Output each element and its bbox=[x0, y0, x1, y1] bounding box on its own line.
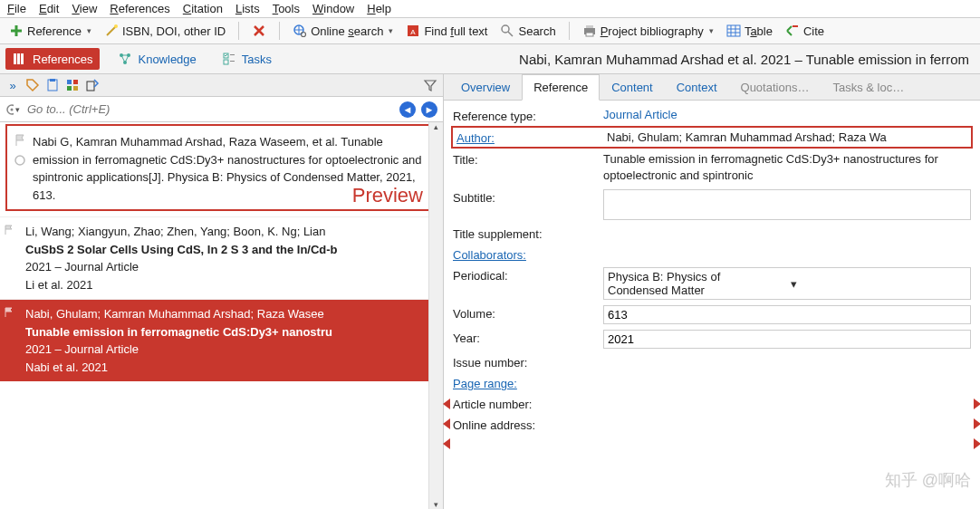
books-icon bbox=[13, 52, 27, 66]
tab-knowledge[interactable]: Knowledge bbox=[110, 48, 203, 70]
scroll-right-indicator bbox=[974, 418, 980, 429]
menu-help[interactable]: Help bbox=[367, 2, 391, 15]
nav-back-button[interactable]: ◄ bbox=[399, 101, 416, 118]
ref-title: Tunable emission in ferromagnetic CdS:Dy… bbox=[25, 323, 436, 341]
menu-file[interactable]: File bbox=[7, 2, 26, 15]
knowledge-icon bbox=[118, 52, 132, 66]
tab-tasks[interactable]: Tasks bbox=[215, 48, 279, 70]
svg-rect-8 bbox=[586, 33, 593, 36]
menu-lists[interactable]: Lists bbox=[235, 2, 260, 15]
svg-rect-17 bbox=[230, 54, 235, 55]
tab-tasks-label: Tasks bbox=[242, 53, 272, 66]
author-value[interactable]: Nabi, Ghulam; Kamran Muhammad Arshad; Ra… bbox=[607, 130, 967, 144]
tab-references[interactable]: References bbox=[5, 48, 100, 70]
online-search-button[interactable]: Online search bbox=[289, 22, 397, 40]
menu-references[interactable]: References bbox=[110, 2, 169, 15]
title-label: Title: bbox=[453, 151, 598, 167]
menu-edit[interactable]: Edit bbox=[39, 2, 59, 15]
circle-icon bbox=[13, 153, 27, 168]
add-reference-label: Reference bbox=[27, 24, 82, 38]
nav-forward-button[interactable]: ► bbox=[421, 101, 437, 118]
search-button[interactable]: Search bbox=[496, 22, 559, 40]
svg-rect-10 bbox=[14, 53, 16, 64]
subtitle-input[interactable] bbox=[603, 189, 971, 220]
ref-title: CuSbS 2 Solar Cells Using CdS, In 2 S 3 … bbox=[25, 241, 436, 259]
clipboard-icon[interactable] bbox=[45, 78, 60, 92]
isbn-button[interactable]: ISBN, DOI, other ID bbox=[101, 22, 229, 40]
ref-authors: Nabi, Ghulam; Kamran Muhammad Arshad; Ra… bbox=[25, 305, 436, 323]
issue-number-label: Issue number: bbox=[453, 354, 598, 370]
table-button[interactable]: Table bbox=[723, 22, 776, 40]
goto-input[interactable] bbox=[25, 101, 394, 118]
collaborators-label[interactable]: Collaborators: bbox=[453, 246, 598, 262]
reference-list: Nabi G, Kamran Muhammad Arshad, Raza Was… bbox=[0, 122, 443, 509]
svg-rect-19 bbox=[230, 61, 235, 62]
toolbar-separator bbox=[238, 22, 239, 40]
title-supplement-label: Title supplement: bbox=[453, 226, 598, 241]
svg-point-0 bbox=[114, 24, 118, 28]
tasks-icon bbox=[222, 52, 236, 66]
main-split: » ◄ ► Nabi G, Kamran Muhammad Arshad, Ra… bbox=[0, 74, 980, 509]
svg-rect-18 bbox=[224, 60, 228, 64]
isbn-label: ISBN, DOI, other ID bbox=[122, 24, 226, 38]
search-row: ◄ ► bbox=[0, 97, 443, 122]
page-range-label[interactable]: Page range: bbox=[453, 375, 598, 390]
svg-point-28 bbox=[11, 108, 14, 110]
gear-icon[interactable] bbox=[5, 102, 20, 117]
import-icon[interactable] bbox=[85, 78, 100, 92]
x-icon bbox=[252, 24, 266, 38]
menu-tools[interactable]: Tools bbox=[273, 2, 300, 15]
filter-icon[interactable] bbox=[423, 78, 437, 92]
volume-input[interactable] bbox=[603, 305, 971, 324]
svg-rect-9 bbox=[727, 25, 740, 36]
left-toolbar: » bbox=[0, 74, 443, 97]
menu-citation[interactable]: Citation bbox=[183, 2, 223, 15]
svg-rect-26 bbox=[87, 82, 94, 91]
tab-quotations[interactable]: Quotations… bbox=[729, 74, 821, 100]
reference-type-label: Reference type: bbox=[453, 108, 598, 123]
tab-reference[interactable]: Reference bbox=[522, 74, 600, 101]
subtitle-label: Subtitle: bbox=[453, 189, 598, 205]
tab-references-label: References bbox=[33, 53, 92, 66]
periodical-dropdown[interactable]: Physica B: Physics of Condensed Matter ▾ bbox=[603, 267, 971, 300]
article-number-label: Article number: bbox=[453, 396, 598, 411]
project-bibliography-button[interactable]: Project bibliography bbox=[579, 22, 717, 40]
author-label[interactable]: Author: bbox=[456, 130, 601, 145]
tab-overview[interactable]: Overview bbox=[449, 74, 522, 100]
author-row-highlighted: Author: Nabi, Ghulam; Kamran Muhammad Ar… bbox=[451, 126, 973, 149]
flag-icon bbox=[4, 307, 16, 320]
tab-context[interactable]: Context bbox=[665, 74, 729, 100]
menu-view[interactable]: View bbox=[72, 2, 97, 15]
flag-icon bbox=[13, 133, 27, 148]
tag-icon[interactable] bbox=[25, 78, 40, 92]
svg-rect-21 bbox=[50, 79, 55, 82]
svg-rect-22 bbox=[67, 80, 72, 84]
printer-icon bbox=[582, 24, 597, 38]
globe-search-icon bbox=[293, 24, 307, 38]
cite-button[interactable]: Cite bbox=[782, 22, 828, 40]
svg-text:A: A bbox=[411, 28, 417, 36]
plus-icon bbox=[9, 24, 24, 38]
svg-point-5 bbox=[502, 25, 509, 33]
add-reference-button[interactable]: Reference bbox=[5, 22, 95, 40]
svg-rect-25 bbox=[73, 86, 78, 91]
year-input[interactable] bbox=[603, 330, 971, 349]
expand-icon[interactable]: » bbox=[5, 78, 20, 92]
reference-item[interactable]: Li, Wang; Xiangyun, Zhao; Zhen, Yang; Bo… bbox=[0, 216, 443, 299]
reference-type-value[interactable]: Journal Article bbox=[603, 108, 677, 121]
tab-content[interactable]: Content bbox=[600, 74, 665, 100]
scrollbar[interactable]: ▴▾ bbox=[428, 122, 443, 509]
menu-window[interactable]: Window bbox=[312, 2, 354, 15]
toolbar-separator bbox=[279, 22, 280, 40]
volume-label: Volume: bbox=[453, 305, 598, 321]
find-full-text-button[interactable]: A Find full text bbox=[402, 22, 491, 40]
scroll-left-indicator bbox=[443, 399, 450, 409]
reference-item-selected[interactable]: Nabi, Ghulam; Kamran Muhammad Arshad; Ra… bbox=[0, 299, 443, 381]
document-title: Nabi, Kamran Muhammad Arshad et al. 2021… bbox=[519, 52, 975, 67]
delete-button[interactable] bbox=[248, 22, 270, 40]
reference-form: Reference type: Journal Article Author: … bbox=[444, 101, 980, 439]
tab-tasks-locations[interactable]: Tasks & loc… bbox=[821, 74, 916, 100]
title-value[interactable]: Tunable emission in ferromagnetic CdS:Dy… bbox=[603, 151, 971, 184]
grid-icon[interactable] bbox=[65, 78, 80, 92]
periodical-value: Physica B: Physics of Condensed Matter bbox=[604, 268, 785, 299]
